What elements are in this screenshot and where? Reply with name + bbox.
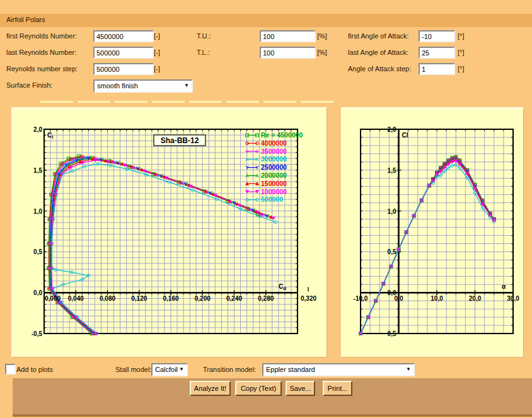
svg-text:2,0: 2,0 <box>33 126 42 133</box>
airfoil-polars-window: { "window": { "title": "Airfoil Polars" … <box>0 0 532 418</box>
svg-text:2,0: 2,0 <box>388 126 396 133</box>
transition-model-select[interactable]: Eppler standard ▼ <box>262 363 415 376</box>
last-aoa-label: last Angle of Attack: <box>348 47 408 59</box>
last-reynolds-input[interactable] <box>93 47 154 59</box>
transition-model-value: Eppler standard <box>266 366 315 373</box>
svg-text:500000: 500000 <box>261 195 283 203</box>
tu-label: T.U.: <box>197 30 211 42</box>
svg-text:0,160: 0,160 <box>163 295 178 302</box>
tu-input[interactable] <box>260 30 316 42</box>
svg-text:0,5: 0,5 <box>388 248 396 255</box>
last-reynolds-unit: [-] <box>154 47 160 59</box>
title-band: Airfoil Polars <box>0 14 532 27</box>
svg-text:3000000: 3000000 <box>261 155 287 163</box>
svg-text:0,000: 0,000 <box>45 295 61 302</box>
first-reynolds-input[interactable] <box>93 30 154 42</box>
tu-unit: [%] <box>317 30 327 42</box>
last-reynolds-label: last Reynolds Number: <box>6 47 76 59</box>
page-title: Airfoil Polars <box>6 16 45 23</box>
chevron-down-icon: ▼ <box>184 83 189 88</box>
svg-text:0,5: 0,5 <box>388 330 396 337</box>
tl-unit: [%] <box>317 47 327 59</box>
aoa-step-label: Angle of Attack step: <box>348 63 411 75</box>
add-to-plots-label: Add to plots <box>16 364 53 376</box>
copy-text-button[interactable]: Copy (Text) <box>235 381 282 396</box>
svg-text:0,320: 0,320 <box>301 295 316 302</box>
svg-text:1,5: 1,5 <box>33 167 42 174</box>
svg-text:0,200: 0,200 <box>195 295 211 302</box>
svg-text:10,0: 10,0 <box>431 295 443 302</box>
stall-model-value: Calcfoil <box>155 366 178 373</box>
surface-finish-select[interactable]: smooth finish ▼ <box>93 79 193 93</box>
svg-text:Re = 4500000: Re = 4500000 <box>261 131 303 139</box>
svg-text:1,5: 1,5 <box>388 167 396 174</box>
svg-text:0,280: 0,280 <box>258 295 274 302</box>
cl-alpha-chart-panel: -10,00,010,020,030,02,01,51,00,50,00,5Cl… <box>341 107 524 357</box>
svg-text:2000000: 2000000 <box>261 171 287 179</box>
first-aoa-input[interactable] <box>419 30 455 42</box>
svg-text:-10,0: -10,0 <box>354 295 368 302</box>
svg-text:0,120: 0,120 <box>131 295 147 302</box>
save-button[interactable]: Save... <box>286 381 315 396</box>
svg-text:2500000: 2500000 <box>261 163 287 171</box>
svg-text:1,0: 1,0 <box>388 208 396 215</box>
first-aoa-unit: [°] <box>458 30 465 42</box>
svg-text:1000000: 1000000 <box>261 188 287 195</box>
first-reynolds-label: first Reynolds Number: <box>6 30 77 42</box>
aoa-step-unit: [°] <box>458 63 465 75</box>
svg-text:20,0: 20,0 <box>469 295 482 302</box>
add-to-plots-checkbox[interactable] <box>5 364 16 374</box>
cl-cd-chart: 0,0000,0400,0800,1200,1600,2000,2400,280… <box>13 108 327 357</box>
tl-input[interactable] <box>260 47 316 59</box>
svg-text:0,0: 0,0 <box>33 289 42 296</box>
cl-alpha-chart: -10,00,010,020,030,02,01,51,00,50,00,5Cl… <box>342 108 523 357</box>
svg-text:0,080: 0,080 <box>100 295 115 302</box>
svg-text:0,040: 0,040 <box>68 295 84 302</box>
reynolds-step-label: Reynolds number step: <box>6 63 78 75</box>
first-reynolds-unit: [-] <box>154 30 160 42</box>
svg-text:1,0: 1,0 <box>33 208 42 215</box>
svg-text:Cl: Cl <box>402 132 408 139</box>
surface-finish-label: Surface Finish: <box>6 79 52 91</box>
svg-text:α: α <box>502 283 506 290</box>
svg-text:Sha-BB-12: Sha-BB-12 <box>161 136 199 145</box>
print-button[interactable]: Print... <box>323 381 352 396</box>
stall-model-label: Stall model: <box>115 364 151 376</box>
svg-text:0,240: 0,240 <box>226 295 242 302</box>
aoa-step-input[interactable] <box>419 63 455 75</box>
reynolds-step-input[interactable] <box>93 63 154 75</box>
last-aoa-input[interactable] <box>419 47 455 59</box>
last-aoa-unit: [°] <box>458 47 465 59</box>
stall-model-select[interactable]: Calcfoil ▼ <box>151 363 188 376</box>
analyze-button[interactable]: Analyze It! <box>190 381 231 396</box>
button-strip: Analyze It! Copy (Text) Save... Print... <box>13 378 532 417</box>
svg-text:30,0: 30,0 <box>507 295 519 302</box>
tl-label: T.L.: <box>197 47 210 59</box>
cl-cd-chart-panel: 0,0000,0400,0800,1200,1600,2000,2400,280… <box>11 107 327 357</box>
svg-text:0,0: 0,0 <box>388 289 396 296</box>
panel-top-dashes <box>40 101 338 103</box>
svg-text:3500000: 3500000 <box>261 148 287 155</box>
svg-text:4000000: 4000000 <box>261 139 287 147</box>
svg-text:1500000: 1500000 <box>261 180 287 187</box>
svg-text:0,5: 0,5 <box>33 248 42 255</box>
first-aoa-label: first Angle of Attack: <box>348 30 409 42</box>
transition-model-label: Transition model: <box>203 364 256 376</box>
chevron-down-icon: ▼ <box>179 366 184 372</box>
surface-finish-value: smooth finish <box>97 82 138 90</box>
chevron-down-icon: ▼ <box>406 366 411 372</box>
reynolds-step-unit: [-] <box>154 63 160 75</box>
svg-text:-0,5: -0,5 <box>32 330 43 337</box>
